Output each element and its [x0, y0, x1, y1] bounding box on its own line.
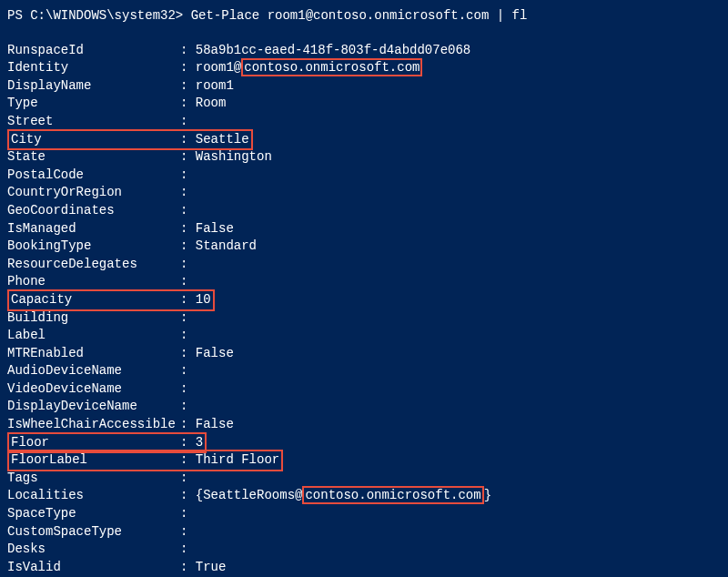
- property-key: MTREnabled: [7, 345, 180, 363]
- colon-separator: :: [180, 470, 196, 488]
- property-key: ResourceDelegates: [7, 256, 180, 274]
- colon-separator: :: [180, 59, 196, 77]
- property-row: Identity: room1@contoso.onmicrosoft.com: [7, 59, 721, 77]
- property-row: Type: Room: [7, 95, 721, 113]
- property-value: Washington: [196, 148, 272, 167]
- output-block: RunspaceId: 58a9b1cc-eaed-418f-803f-d4ab…: [7, 42, 721, 577]
- property-key: Tags: [7, 470, 180, 488]
- colon-separator: :: [180, 309, 196, 328]
- colon-separator: :: [180, 380, 196, 399]
- property-value: room1: [196, 77, 234, 96]
- property-row: PostalCode:: [7, 167, 721, 185]
- property-row: City: Seattle: [7, 131, 721, 149]
- property-row: DisplayDeviceName:: [7, 398, 721, 416]
- property-key: Identity: [7, 59, 180, 77]
- colon-separator: :: [180, 148, 196, 167]
- property-value: False: [196, 345, 234, 363]
- property-row: IsValid: True: [7, 559, 721, 577]
- property-value: : 3: [180, 435, 203, 450]
- colon-separator: :: [180, 362, 196, 380]
- property-value: Room: [196, 95, 227, 113]
- property-value: True: [196, 559, 227, 577]
- property-value: 58a9b1cc-eaed-418f-803f-d4abdd07e068: [196, 42, 470, 60]
- command-prompt[interactable]: PS C:\WINDOWS\system32> Get-Place room1@…: [7, 7, 721, 25]
- colon-separator: :: [180, 238, 196, 256]
- property-row: CountryOrRegion:: [7, 184, 721, 202]
- property-value-prefix: {SeattleRooms@: [196, 488, 303, 502]
- property-row: FloorLabel: Third Floor: [7, 451, 721, 470]
- property-value-suffix: }: [484, 488, 491, 502]
- property-key: Type: [7, 95, 180, 113]
- highlight-box: Capacity: 10: [7, 289, 215, 311]
- property-row: Building:: [7, 309, 721, 328]
- property-key: DisplayDeviceName: [7, 398, 180, 416]
- property-key: IsManaged: [7, 220, 180, 238]
- property-row: Desks:: [7, 541, 721, 559]
- colon-separator: :: [180, 327, 196, 345]
- property-value: : Third Floor: [180, 452, 279, 467]
- colon-separator: :: [180, 487, 196, 505]
- property-row: State: Washington: [7, 148, 721, 167]
- property-key: RunspaceId: [7, 42, 180, 60]
- property-row: SpaceType:: [7, 505, 721, 523]
- highlight-box: contoso.onmicrosoft.com: [302, 486, 483, 504]
- highlight-box: City: Seattle: [7, 129, 253, 151]
- colon-separator: :: [180, 77, 196, 96]
- property-row: AudioDeviceName:: [7, 362, 721, 380]
- property-key: City: [11, 131, 180, 149]
- property-row: ResourceDelegates:: [7, 256, 721, 274]
- property-key: SpaceType: [7, 505, 180, 523]
- property-key: CountryOrRegion: [7, 184, 180, 202]
- colon-separator: :: [180, 202, 196, 220]
- property-row: CustomSpaceType:: [7, 523, 721, 542]
- colon-separator: :: [180, 559, 196, 577]
- property-key: CustomSpaceType: [7, 523, 180, 542]
- highlight-box: contoso.onmicrosoft.com: [241, 58, 422, 76]
- colon-separator: :: [180, 541, 196, 559]
- property-row: DisplayName: room1: [7, 77, 721, 96]
- colon-separator: :: [180, 184, 196, 202]
- property-value: False: [196, 220, 234, 238]
- property-row: Capacity: 10: [7, 291, 721, 309]
- property-key: Building: [7, 309, 180, 328]
- highlight-box: FloorLabel: Third Floor: [7, 450, 283, 471]
- property-row: BookingType: Standard: [7, 238, 721, 256]
- colon-separator: :: [180, 345, 196, 363]
- colon-separator: :: [180, 95, 196, 113]
- property-key: State: [7, 148, 180, 167]
- property-key: FloorLabel: [11, 451, 180, 470]
- property-key: Label: [7, 327, 180, 345]
- property-row: Localities: {SeattleRooms@contoso.onmicr…: [7, 487, 721, 505]
- property-key: Desks: [7, 541, 180, 559]
- property-key: AudioDeviceName: [7, 362, 180, 380]
- property-value: : Seattle: [180, 132, 249, 147]
- property-row: RunspaceId: 58a9b1cc-eaed-418f-803f-d4ab…: [7, 42, 721, 60]
- colon-separator: :: [180, 220, 196, 238]
- colon-separator: :: [180, 42, 196, 60]
- property-key: BookingType: [7, 238, 180, 256]
- property-key: IsValid: [7, 559, 180, 577]
- property-row: IsManaged: False: [7, 220, 721, 238]
- property-row: GeoCoordinates:: [7, 202, 721, 220]
- colon-separator: :: [180, 523, 196, 542]
- property-row: VideoDeviceName:: [7, 380, 721, 399]
- property-row: MTREnabled: False: [7, 345, 721, 363]
- property-value-prefix: room1@: [196, 60, 241, 75]
- property-key: VideoDeviceName: [7, 380, 180, 399]
- colon-separator: :: [180, 167, 196, 185]
- colon-separator: :: [180, 256, 196, 274]
- property-key: DisplayName: [7, 77, 180, 96]
- property-row: Label:: [7, 327, 721, 345]
- colon-separator: :: [180, 505, 196, 523]
- property-key: PostalCode: [7, 167, 180, 185]
- property-key: Localities: [7, 487, 180, 505]
- property-key: GeoCoordinates: [7, 202, 180, 220]
- property-row: Tags:: [7, 470, 721, 488]
- property-value: : 10: [180, 292, 211, 307]
- property-key: Capacity: [11, 291, 180, 309]
- property-value: Standard: [196, 238, 257, 256]
- colon-separator: :: [180, 398, 196, 416]
